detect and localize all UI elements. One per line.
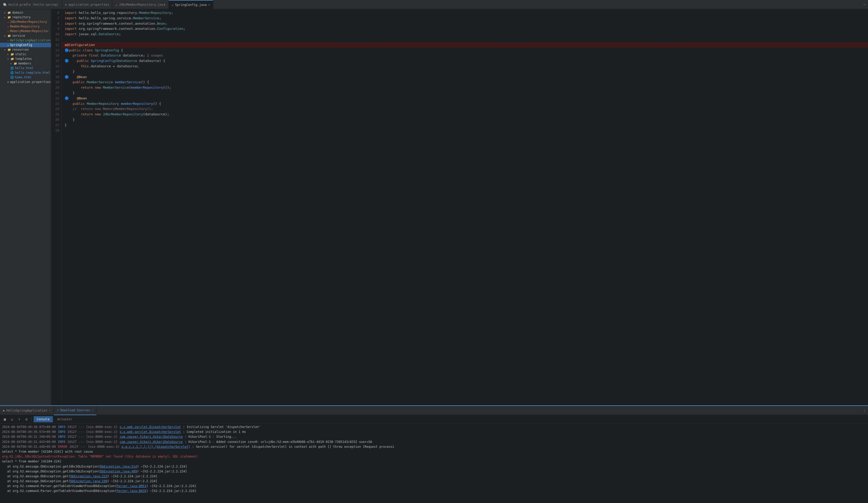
sidebar-item-resources[interactable]: ▸ 📁 resources [0,47,51,52]
sidebar-item-memory-member-repo[interactable]: ☕ MemoryMemberRepositor [0,29,51,33]
gradle-icon: 🐘 [3,3,7,7]
props-icon-2: ⚙ [7,80,9,84]
subtab-actuator[interactable]: Actuator [54,416,75,422]
stack-line-6: at org.h2.command.Parser.getTableOrViewN… [2,489,866,493]
folder-icon-resources: ▸ 📁 [4,48,11,51]
stack-line-1: at org.h2.message.DbException.getJdbcSQL… [2,464,866,469]
sidebar-item-repository[interactable]: ▸ 📁 repository [0,15,51,20]
download-icon: ⬇ [57,409,59,412]
tab-spring-config[interactable]: ☕ SpringConfig.java ✕ [169,0,213,9]
code-line-12: ●@Configuration [62,42,868,48]
sidebar-item-members[interactable]: ▸ 📁 members [0,61,51,66]
code-line-22: 🔵 @Bean [62,96,868,101]
code-line-9: import org.springframework.context.annot… [62,26,868,32]
log-line-5: 2024-08-04T00:49:32.448+09:00 ERROR 1912… [2,444,866,449]
code-line-21: } [62,90,868,96]
sidebar-item-templates[interactable]: ▾ 📁 templates [0,57,51,61]
tab-application-properties[interactable]: ⚙ application.properties [62,0,112,9]
java-icon-1: ☕ [7,20,9,24]
code-line-11 [62,37,868,42]
java-icon-2: ☕ [7,25,9,28]
folder-icon-service: ▸ 📁 [4,34,11,38]
code-line-14: private final DataSource dataSource; 2 u… [62,53,868,58]
tab-build-gradle[interactable]: 🐘 build.gradle (hello-spring) [0,0,62,9]
toolbar-separator [31,417,32,421]
code-line-25: return new JdbcMemberRepository(dataSour… [62,112,868,117]
log-line-select: select * from member [42104-224]] with r… [2,449,866,454]
html-icon-2: 🌐 [10,71,14,74]
stop-button[interactable]: ■ [2,416,8,422]
log-line-2: 2024-08-04T00:49:30.974+09:00 INFO 19127… [2,430,866,434]
restart-button[interactable]: ↻ [9,416,15,422]
sidebar-item-hello-template[interactable]: 🌐 hello-template.html [0,70,51,75]
sidebar-item-home-html[interactable]: 🌐 home.html [0,75,51,80]
java-icon-4: ☕ [7,39,9,42]
code-line-28 [62,128,868,133]
sidebar-item-app-properties[interactable]: ⚙ application.properties [0,80,51,84]
code-line-13: 🔵public class SpringConfig { [62,48,868,53]
main-area: ▸ 📁 domain ▸ 📁 repository ☕ JdbcMemberRe… [0,9,868,405]
sidebar-item-member-repo[interactable]: ☕ MemberRepository [0,24,51,29]
java-icon-spring: ☕ [172,3,174,7]
sidebar-item-spring-config[interactable]: ☕ SpringConfig [0,43,51,47]
bottom-tab-bar: ▶ HelloSpringApplication ✕ ⬇ Download So… [0,406,868,415]
console-output[interactable]: 2024-08-04T00:49:30.975+09:00 INFO 19127… [0,424,868,503]
scroll-end-button[interactable]: ⬇ [17,416,22,422]
code-line-17: } [62,69,868,74]
code-line-24: // return new MemoryMemberRepository(); [62,106,868,112]
java-icon-5: ☕ [7,43,9,47]
tab-bar: 🐘 build.gradle (hello-spring) ⚙ applicat… [0,0,868,9]
html-icon-3: 🌐 [10,76,14,79]
folder-icon-repo: ▸ 📁 [4,16,11,19]
props-icon: ⚙ [65,3,67,7]
tab-more-button[interactable]: ⋯ [861,2,868,7]
code-line-15: 🔵 public SpringConfig(DataSource dataSou… [62,58,868,64]
code-line-6: import hello.hello_spring.repository.Mem… [62,10,868,16]
log-line-4: 2024-08-04T00:49:32.443+09:00 INFO 19127… [2,440,866,444]
sidebar: ▸ 📁 domain ▸ 📁 repository ☕ JdbcMemberRe… [0,9,51,405]
code-lines: import hello.hello_spring.repository.Mem… [62,9,868,405]
bottom-tab-hello-spring[interactable]: ▶ HelloSpringApplication ✕ [0,406,54,415]
code-line-20: return new MemberService(memberRepositor… [62,85,868,90]
sidebar-item-jdbc-member-repo[interactable]: ☕ JdbcMemberRepository [0,20,51,24]
java-icon-jdbc: ☕ [115,3,117,7]
code-line-27: } [62,122,868,128]
settings-button[interactable]: ⚙ [24,416,29,422]
code-editor[interactable]: 6 7 8 9 10 11 12 13 14 15 16 17 18 19 20… [51,9,868,405]
subtab-console[interactable]: Console [34,416,53,422]
log-line-3: 2024-08-04T00:49:32.348+09:00 INFO 19127… [2,434,866,439]
code-line-23: public MemberRepository memberRepository… [62,101,868,107]
code-line-19: public MemberService memberService() { [62,80,868,85]
run-icon: ▶ [3,409,5,412]
html-icon-1: 🌐 [10,67,14,70]
sidebar-item-hello-spring-app[interactable]: ☕ HelloSpringApplication [0,38,51,43]
tab-close-spring-config[interactable]: ✕ [208,3,210,7]
bottom-panel: ▶ HelloSpringApplication ✕ ⬇ Download So… [0,405,868,503]
line-numbers: 6 7 8 9 10 11 12 13 14 15 16 17 18 19 20… [51,9,62,405]
bottom-more-button[interactable]: ⋮ [860,409,868,412]
code-line-18: 🔵 @Bean [62,74,868,80]
bottom-tab-close-download[interactable]: ✕ [92,409,93,412]
bottom-tab-download-sources[interactable]: ⬇ Download Sources ✕ [54,406,96,415]
sidebar-item-static[interactable]: ▸ 📁 static [0,52,51,57]
folder-icon-static: ▸ 📁 [7,53,14,56]
log-error-header: org.h2.jdbc.JdbcSQLSyntaxErrorException:… [2,454,866,459]
log-error-stmt: select * from member [42104-224] [2,459,866,464]
folder-icon-members: ▸ 📁 [10,62,17,65]
code-line-8: import org.springframework.context.annot… [62,21,868,27]
bottom-tab-close-hello[interactable]: ✕ [49,409,51,412]
sidebar-item-domain[interactable]: ▸ 📁 domain [0,10,51,15]
folder-icon-templates: ▾ 📁 [7,57,14,61]
java-icon-3: ☕ [7,30,9,33]
tab-jdbc-member-repository[interactable]: ☕ JdbcMemberRepository.java [112,0,169,9]
code-line-10: import javax.sql.DataSource; [62,32,868,37]
code-line-16: this.dataSource = dataSource; [62,64,868,69]
stack-line-2: at org.h2.message.DbException.getJdbcSQL… [2,469,866,474]
code-line-26: } [62,117,868,122]
folder-icon: ▸ 📁 [4,11,11,14]
sidebar-item-hello-html[interactable]: 🌐 hello.html [0,66,51,70]
sidebar-item-service[interactable]: ▸ 📁 service [0,33,51,38]
log-line-1: 2024-08-04T00:49:30.975+09:00 INFO 19127… [2,425,866,430]
code-line-7: import hello.hello_spring.service.Member… [62,16,868,21]
bottom-toolbar: ■ ↻ ⬇ ⚙ Console Actuator [0,415,868,424]
